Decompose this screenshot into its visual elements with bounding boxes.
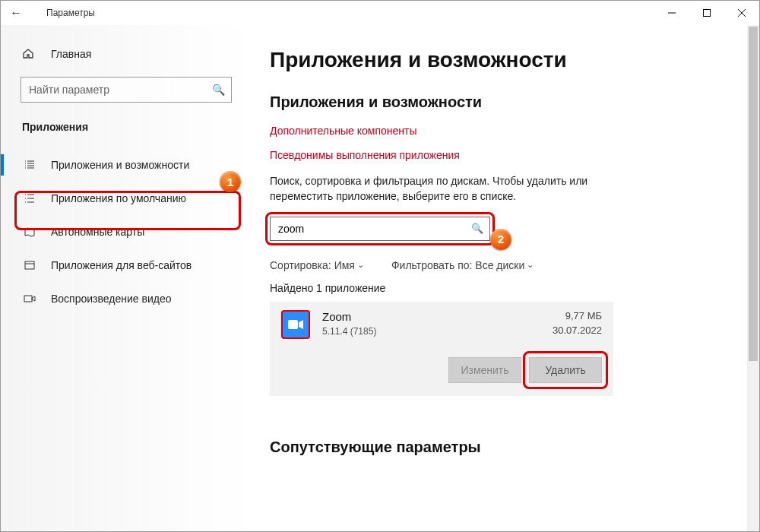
search-icon: 🔍 [471, 223, 483, 234]
defaults-icon [22, 192, 37, 204]
scrollbar[interactable] [747, 25, 759, 531]
section-title: Приложения и возможности [270, 93, 729, 111]
sort-control[interactable]: Сортировка: Имя [270, 259, 364, 271]
back-icon[interactable]: ← [10, 6, 28, 20]
sidebar-item-default-apps[interactable]: Приложения по умолчанию [1, 182, 252, 215]
sidebar-item-offline-maps[interactable]: Автономные карты [1, 215, 252, 249]
sidebar-item-label: Автономные карты [51, 226, 144, 238]
close-button[interactable] [724, 1, 759, 25]
app-search[interactable]: 🔍 [270, 217, 490, 241]
maximize-button[interactable] [689, 1, 724, 25]
svg-rect-3 [288, 320, 298, 329]
results-count: Найдено 1 приложение [270, 282, 729, 294]
sidebar-item-video[interactable]: Воспроизведение видео [1, 282, 252, 315]
app-card[interactable]: Zoom 5.11.4 (7185) 9,77 МБ 30.07.2022 Из… [270, 302, 613, 396]
sidebar-home[interactable]: Главная [1, 39, 252, 69]
sidebar-item-label: Приложения по умолчанию [51, 192, 186, 204]
sidebar: Главная 🔍 Приложения Приложения и возмож… [1, 25, 252, 531]
annotation-badge-2: 2 [490, 229, 511, 250]
modify-button: Изменить [448, 357, 521, 383]
scrollbar-thumb[interactable] [749, 27, 758, 361]
svg-rect-1 [25, 261, 34, 269]
filter-control[interactable]: Фильтровать по: Все диски [391, 259, 534, 271]
window-title: Параметры [46, 8, 95, 18]
related-heading: Сопутствующие параметры [270, 439, 729, 456]
settings-window: ← Параметры Главная 🔍 [0, 0, 760, 532]
sidebar-item-label: Воспроизведение видео [51, 293, 171, 305]
sidebar-item-web-apps[interactable]: Приложения для веб-сайтов [1, 249, 252, 282]
sidebar-home-label: Главная [51, 48, 91, 60]
video-icon [22, 293, 37, 305]
list-icon [22, 159, 37, 171]
titlebar: ← Параметры [1, 1, 759, 25]
filter-description: Поиск, сортировка и фильтрация по дискам… [270, 173, 619, 204]
page-title: Приложения и возможности [270, 48, 729, 72]
uninstall-button[interactable]: Удалить [529, 357, 602, 383]
app-name: Zoom [322, 310, 553, 323]
window-controls [654, 1, 759, 25]
app-search-input[interactable] [278, 223, 471, 235]
sidebar-item-label: Приложения для веб-сайтов [51, 259, 192, 271]
zoom-app-icon [281, 310, 310, 339]
search-icon: 🔍 [212, 84, 225, 96]
sidebar-search[interactable]: 🔍 [21, 77, 232, 103]
app-size: 9,77 МБ [553, 310, 602, 321]
app-date: 30.07.2022 [553, 325, 602, 336]
svg-rect-2 [24, 296, 32, 302]
sort-filter-row: Сортировка: Имя Фильтровать по: Все диск… [270, 259, 729, 271]
link-app-aliases[interactable]: Псевдонимы выполнения приложения [270, 149, 729, 161]
sidebar-section: Приложения [1, 121, 252, 148]
link-optional-features[interactable]: Дополнительные компоненты [270, 125, 729, 137]
sidebar-item-label: Приложения и возможности [51, 159, 189, 171]
website-icon [22, 259, 37, 271]
svg-rect-0 [704, 10, 711, 17]
main-content: Приложения и возможности Приложения и во… [252, 25, 759, 531]
minimize-button[interactable] [654, 1, 689, 25]
sidebar-search-input[interactable] [29, 84, 212, 96]
sidebar-item-apps-features[interactable]: Приложения и возможности [1, 148, 252, 182]
map-icon [22, 226, 37, 238]
home-icon [22, 47, 37, 62]
app-version: 5.11.4 (7185) [322, 326, 553, 337]
